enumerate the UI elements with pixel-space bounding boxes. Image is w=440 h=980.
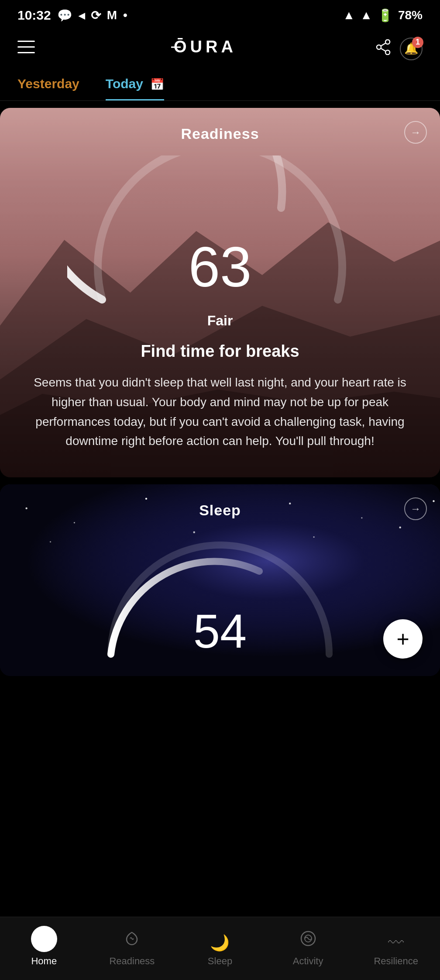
svg-point-4	[385, 40, 390, 44]
svg-point-16	[74, 522, 75, 523]
nav-readiness[interactable]: Readiness	[101, 929, 162, 967]
readiness-card: → Readiness 63 Fair Find t	[0, 108, 440, 477]
activity-nav-icon	[299, 929, 318, 952]
nav-home[interactable]: ⌂ Home	[14, 926, 75, 967]
readiness-body: Seems that you didn't sleep that well la…	[22, 373, 418, 451]
readiness-score-container: 63	[189, 238, 252, 295]
battery-icon: 🔋	[378, 8, 393, 23]
sync-icon: ⟳	[91, 8, 101, 23]
nav-readiness-label: Readiness	[109, 956, 155, 967]
svg-rect-0	[17, 41, 35, 42]
svg-point-25	[399, 527, 401, 528]
app-logo: ŌURA	[166, 36, 244, 62]
nav-sleep-label: Sleep	[208, 956, 232, 967]
home-icon: ⌂	[31, 926, 57, 952]
svg-point-17	[145, 498, 147, 500]
dot-icon: •	[123, 8, 127, 22]
readiness-score-label: Fair	[22, 313, 418, 329]
status-right: ▲ ▲ 🔋 78%	[343, 8, 423, 23]
bottom-navigation: ⌂ Home Readiness 🌙 Sleep Activity 〰 Resi…	[0, 917, 440, 980]
nav-activity[interactable]: Activity	[278, 929, 339, 967]
sleep-title: Sleep	[22, 502, 418, 519]
wifi-icon: ▲	[343, 8, 355, 22]
sleep-nav-icon: 🌙	[210, 934, 230, 952]
nav-activity-label: Activity	[293, 956, 323, 967]
svg-point-6	[385, 50, 390, 55]
readiness-gauge: 63	[22, 155, 418, 321]
menu-button[interactable]	[17, 41, 35, 57]
main-content: → Readiness 63 Fair Find t	[0, 108, 440, 770]
add-button[interactable]: +	[383, 619, 423, 659]
svg-rect-2	[17, 52, 35, 53]
date-tabs: Yesterday Today 📅	[0, 70, 440, 101]
calendar-icon: 📅	[150, 78, 164, 91]
svg-point-21	[433, 500, 434, 502]
status-left: 10:32 💬 ◂ ⟳ M •	[17, 8, 127, 23]
svg-rect-1	[17, 46, 35, 48]
readiness-score-number: 63	[189, 238, 252, 295]
signal-icon: ▲	[360, 8, 372, 22]
status-bar: 10:32 💬 ◂ ⟳ M • ▲ ▲ 🔋 78%	[0, 0, 440, 27]
nav-resilience[interactable]: 〰 Resilience	[365, 934, 426, 967]
sleep-gauge: 54	[22, 532, 418, 663]
resilience-nav-icon: 〰	[388, 934, 404, 952]
navigation-icon: ◂	[79, 8, 85, 23]
sleep-card: → Sleep 54 +	[0, 484, 440, 676]
header-actions: 🔔 1	[375, 38, 423, 60]
notification-button[interactable]: 🔔 1	[400, 38, 423, 60]
nav-home-label: Home	[31, 956, 57, 967]
notification-badge: 1	[412, 37, 423, 48]
svg-line-7	[381, 43, 385, 46]
email-icon: M	[107, 8, 117, 22]
readiness-nav-icon	[122, 929, 141, 952]
sleep-score-number: 54	[193, 603, 247, 659]
nav-resilience-label: Resilience	[374, 956, 418, 967]
readiness-headline: Find time for breaks	[22, 342, 418, 361]
status-time: 10:32	[17, 8, 51, 23]
svg-text:ŌURA: ŌURA	[174, 38, 237, 56]
yesterday-tab[interactable]: Yesterday	[17, 70, 79, 100]
svg-line-8	[381, 48, 385, 51]
readiness-title: Readiness	[22, 125, 418, 142]
today-tab[interactable]: Today 📅	[106, 70, 164, 100]
battery-percent: 78%	[398, 8, 423, 22]
nav-sleep[interactable]: 🌙 Sleep	[189, 934, 251, 967]
header: ŌURA 🔔 1	[0, 27, 440, 70]
svg-point-5	[377, 45, 381, 49]
whatsapp-icon: 💬	[57, 8, 72, 23]
share-button[interactable]	[375, 39, 391, 58]
